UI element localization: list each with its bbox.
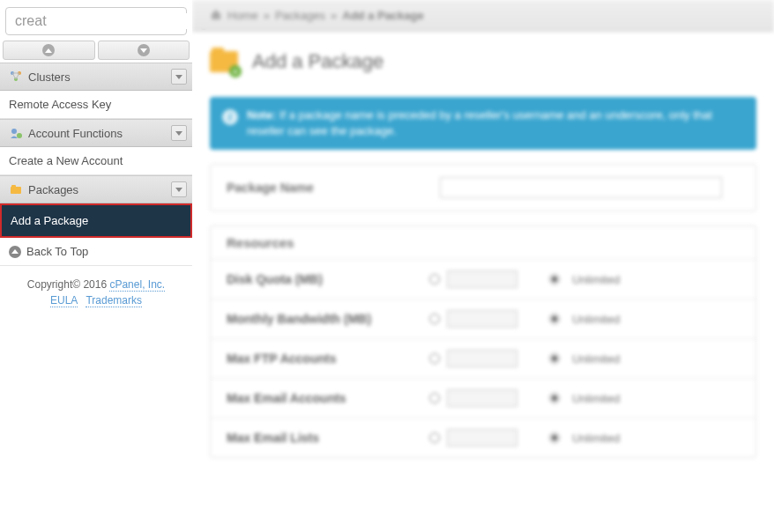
chevron-down-icon [171,69,187,85]
breadcrumb-sep: » [331,9,337,22]
arrow-up-icon [9,246,21,258]
chevron-down-icon [171,181,187,197]
package-name-label: Package Name [227,181,429,195]
nav-down-button[interactable] [98,41,190,60]
clusters-icon [9,70,23,84]
breadcrumb-current: Add a Package [342,9,424,22]
sidebar-item-add-package[interactable]: Add a Package [0,203,192,238]
search-box: × [5,7,187,35]
resource-row: Monthly Bandwidth (MB) Unlimited [211,299,755,338]
breadcrumb-home[interactable]: Home [227,9,258,22]
sidebar-section-label: Clusters [28,70,71,84]
resource-value-input[interactable] [447,429,517,447]
resource-row: Disk Quota (MB) Unlimited [211,259,755,299]
svg-rect-9 [11,185,16,188]
footer-eula-link[interactable]: EULA [50,294,78,307]
sidebar-section-label: Packages [28,183,78,196]
radio-unlimited[interactable] [549,274,560,284]
radio-unlimited[interactable] [549,353,560,364]
radio-value[interactable] [429,393,440,403]
radio-value[interactable] [429,432,440,443]
sidebar: × Clusters Remote Access Key Acco [0,0,192,532]
account-functions-icon [9,126,23,140]
svg-point-7 [17,133,22,138]
main-content: Home » Packages » Add a Package + Add a … [192,0,774,532]
breadcrumb: Home » Packages » Add a Package [192,0,774,32]
note-bold: Note: [247,108,276,122]
resource-row: Max Email Lists Unlimited [211,417,755,457]
sidebar-item-label: Remote Access Key [9,98,111,111]
svg-line-5 [16,73,19,79]
sidebar-item-label: Create a New Account [9,154,123,167]
svg-point-6 [11,129,17,134]
unlimited-label: Unlimited [572,432,620,445]
resource-label: Max FTP Accounts [227,351,429,366]
unlimited-label: Unlimited [572,313,620,326]
radio-unlimited[interactable] [549,393,560,403]
note-text: If a package name is preceded by a resel… [247,108,712,137]
info-icon: i [222,109,238,125]
back-to-top-label: Back To Top [26,245,88,258]
resource-value-input[interactable] [447,389,517,407]
footer: Copyright© 2016 cPanel, Inc. EULA Tradem… [0,266,192,319]
sidebar-item-label: Add a Package [11,214,88,227]
sidebar-section-clusters[interactable]: Clusters [0,63,192,91]
svg-line-4 [12,73,16,79]
resource-row: Max FTP Accounts Unlimited [211,338,755,378]
svg-rect-8 [11,187,21,194]
package-name-input[interactable] [440,177,722,198]
resources-title: Resources [211,226,755,259]
radio-unlimited[interactable] [549,432,560,443]
radio-unlimited[interactable] [549,314,560,324]
unlimited-label: Unlimited [572,352,620,366]
back-to-top-link[interactable]: Back To Top [0,238,192,266]
resource-label: Monthly Bandwidth (MB) [227,312,429,326]
sidebar-item-remote-access[interactable]: Remote Access Key [0,91,192,119]
sidebar-section-label: Account Functions [28,127,123,140]
unlimited-label: Unlimited [572,273,620,286]
add-package-icon: + [210,46,242,78]
breadcrumb-sep: » [264,9,270,22]
unlimited-label: Unlimited [572,392,620,405]
footer-trademarks-link[interactable]: Trademarks [86,294,142,307]
nav-up-button[interactable] [3,41,95,60]
resources-panel: Resources Disk Quota (MB) Unlimited Mont… [210,225,756,458]
sidebar-item-create-account[interactable]: Create a New Account [0,147,192,175]
resource-value-input[interactable] [447,310,517,328]
resource-value-input[interactable] [447,270,517,288]
breadcrumb-packages[interactable]: Packages [275,9,325,22]
resource-label: Max Email Accounts [227,391,429,405]
resource-label: Disk Quota (MB) [227,272,429,286]
home-icon [210,8,222,23]
packages-icon [9,182,23,196]
resource-value-input[interactable] [447,350,517,367]
copyright-text: Copyright© 2016 [27,278,107,291]
resource-label: Max Email Lists [227,431,429,445]
resource-row: Max Email Accounts Unlimited [211,378,755,417]
sidebar-section-packages[interactable]: Packages [0,175,192,203]
search-input[interactable] [6,13,200,29]
radio-value[interactable] [429,353,440,364]
chevron-down-icon [171,125,187,141]
page-title: Add a Package [252,50,383,73]
radio-value[interactable] [429,314,440,324]
info-note: i Note: If a package name is preceded by… [210,97,756,150]
footer-company-link[interactable]: cPanel, Inc. [109,278,165,292]
radio-value[interactable] [429,274,440,284]
sidebar-section-account-functions[interactable]: Account Functions [0,119,192,147]
package-name-panel: Package Name [210,164,756,211]
